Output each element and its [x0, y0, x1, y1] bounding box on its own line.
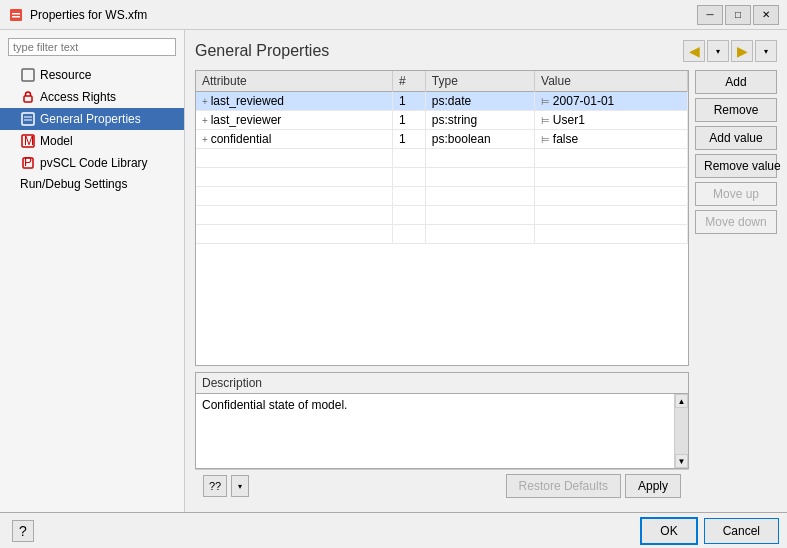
- ok-button[interactable]: OK: [640, 517, 697, 545]
- value-text: User1: [553, 113, 585, 127]
- cell-type: ps:string: [425, 111, 534, 130]
- close-button[interactable]: ✕: [753, 5, 779, 25]
- table-row-empty: [196, 206, 688, 225]
- table-row[interactable]: + confidential 1 ps:boolean ⊨ false: [196, 130, 688, 149]
- svg-rect-3: [22, 69, 34, 81]
- apply-button[interactable]: Apply: [625, 474, 681, 498]
- cell-type: ps:date: [425, 92, 534, 111]
- value-marker: ⊨: [541, 96, 553, 107]
- access-icon: [20, 89, 36, 105]
- help-button[interactable]: ??: [203, 475, 227, 497]
- sidebar: Resource Access Rights General Propertie…: [0, 30, 185, 512]
- nav-back-dropdown-button[interactable]: ▾: [707, 40, 729, 62]
- cell-count: 1: [393, 130, 426, 149]
- main-container: Resource Access Rights General Propertie…: [0, 30, 787, 512]
- cell-count: 1: [393, 92, 426, 111]
- col-count: #: [393, 71, 426, 92]
- table-row[interactable]: + last_reviewer 1 ps:string ⊨ User1: [196, 111, 688, 130]
- dialog-help: ?: [8, 520, 634, 542]
- properties-table: Attribute # Type Value + last_reviewed: [196, 71, 688, 244]
- col-attribute: Attribute: [196, 71, 393, 92]
- sidebar-item-label: Model: [40, 134, 73, 148]
- remove-button[interactable]: Remove: [695, 98, 777, 122]
- table-row-empty: [196, 168, 688, 187]
- nav-back-button[interactable]: ◀: [683, 40, 705, 62]
- svg-text:P: P: [24, 156, 32, 169]
- svg-rect-5: [22, 113, 34, 125]
- description-label: Description: [196, 373, 688, 394]
- cell-value: ⊨ User1: [535, 111, 688, 130]
- help-dropdown-button[interactable]: ▾: [231, 475, 249, 497]
- move-up-button[interactable]: Move up: [695, 182, 777, 206]
- cell-attribute: + last_reviewer: [196, 111, 393, 130]
- attribute-name: last_reviewed: [211, 94, 284, 108]
- sidebar-item-label: pvSCL Code Library: [40, 156, 148, 170]
- attribute-name: confidential: [211, 132, 272, 146]
- model-icon: M: [20, 133, 36, 149]
- value-marker: ⊨: [541, 115, 553, 126]
- col-type: Type: [425, 71, 534, 92]
- add-button[interactable]: Add: [695, 70, 777, 94]
- content-header: General Properties ◀ ▾ ▶ ▾: [195, 40, 777, 62]
- description-scrollbar: ▲ ▼: [674, 394, 688, 468]
- scrollbar-up-arrow[interactable]: ▲: [675, 394, 688, 408]
- restore-defaults-button[interactable]: Restore Defaults: [506, 474, 621, 498]
- resource-icon: [20, 67, 36, 83]
- svg-text:M: M: [24, 134, 34, 148]
- properties-icon: [20, 111, 36, 127]
- cell-value: ⊨ false: [535, 130, 688, 149]
- cell-count: 1: [393, 111, 426, 130]
- code-icon: P: [20, 155, 36, 171]
- description-textarea[interactable]: Confidential state of model.: [196, 394, 688, 468]
- svg-rect-4: [24, 96, 32, 102]
- title-bar: Properties for WS.xfm ─ □ ✕: [0, 0, 787, 30]
- nav-controls: ◀ ▾ ▶ ▾: [683, 40, 777, 62]
- dialog-help-button[interactable]: ?: [12, 520, 34, 542]
- table-row[interactable]: + last_reviewed 1 ps:date ⊨ 2007-01-01: [196, 92, 688, 111]
- table-row-empty: [196, 187, 688, 206]
- description-section: Description Confidential state of model.…: [195, 372, 689, 469]
- properties-table-wrapper[interactable]: Attribute # Type Value + last_reviewed: [195, 70, 689, 366]
- table-row-empty: [196, 225, 688, 244]
- table-row-empty: [196, 149, 688, 168]
- sidebar-item-resource[interactable]: Resource: [0, 64, 184, 86]
- maximize-button[interactable]: □: [725, 5, 751, 25]
- sidebar-filter[interactable]: [8, 38, 176, 56]
- page-title: General Properties: [195, 42, 329, 60]
- sidebar-item-label: Resource: [40, 68, 91, 82]
- filter-input[interactable]: [8, 38, 176, 56]
- nav-forward-dropdown-button[interactable]: ▾: [755, 40, 777, 62]
- sidebar-item-general-properties[interactable]: General Properties: [0, 108, 184, 130]
- sidebar-item-label: Access Rights: [40, 90, 116, 104]
- table-area: Attribute # Type Value + last_reviewed: [195, 70, 689, 502]
- sidebar-item-model[interactable]: M Model: [0, 130, 184, 152]
- cancel-button[interactable]: Cancel: [704, 518, 779, 544]
- nav-forward-button[interactable]: ▶: [731, 40, 753, 62]
- svg-rect-2: [12, 16, 20, 18]
- sidebar-item-run-debug[interactable]: Run/Debug Settings: [0, 174, 184, 194]
- add-value-button[interactable]: Add value: [695, 126, 777, 150]
- cell-type: ps:boolean: [425, 130, 534, 149]
- property-action-buttons: Add Remove Add value Remove value Move u…: [695, 70, 777, 502]
- expand-icon: +: [202, 115, 211, 126]
- cell-attribute: + confidential: [196, 130, 393, 149]
- dialog-bar: ? OK Cancel: [0, 512, 787, 548]
- value-text: false: [553, 132, 578, 146]
- content-area: General Properties ◀ ▾ ▶ ▾: [185, 30, 787, 512]
- svg-rect-0: [10, 9, 22, 21]
- expand-icon: +: [202, 134, 211, 145]
- window-icon: [8, 7, 24, 23]
- scrollbar-down-arrow[interactable]: ▼: [675, 454, 688, 468]
- remove-value-button[interactable]: Remove value: [695, 154, 777, 178]
- sidebar-item-label: General Properties: [40, 112, 141, 126]
- window-title: Properties for WS.xfm: [30, 8, 697, 22]
- sidebar-item-access-rights[interactable]: Access Rights: [0, 86, 184, 108]
- sidebar-item-pvscl[interactable]: P pvSCL Code Library: [0, 152, 184, 174]
- expand-icon: +: [202, 96, 211, 107]
- properties-section: Attribute # Type Value + last_reviewed: [195, 70, 777, 502]
- minimize-button[interactable]: ─: [697, 5, 723, 25]
- cell-value: ⊨ 2007-01-01: [535, 92, 688, 111]
- move-down-button[interactable]: Move down: [695, 210, 777, 234]
- footer-bar: ?? ▾ Restore Defaults Apply: [195, 469, 689, 502]
- table-header-row: Attribute # Type Value: [196, 71, 688, 92]
